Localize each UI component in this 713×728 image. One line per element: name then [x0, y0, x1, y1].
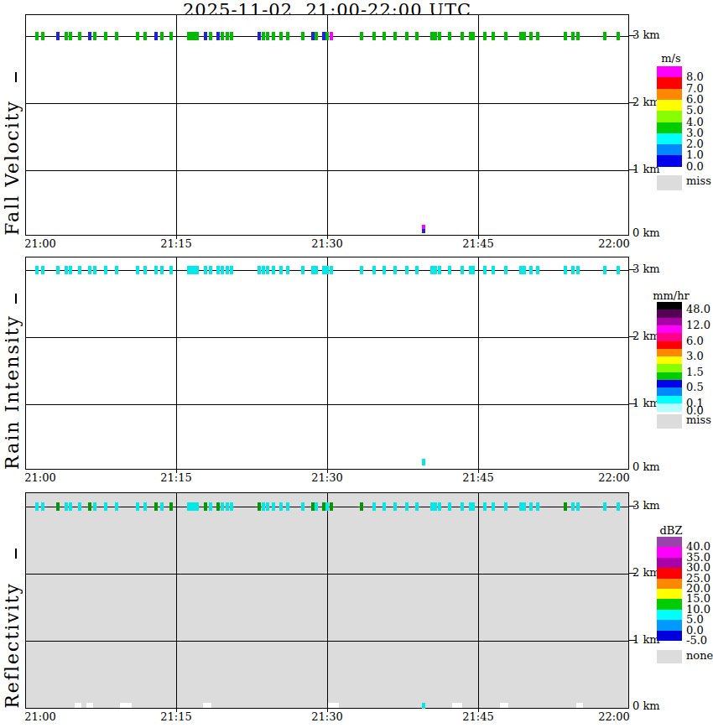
time-tick-label: 21:15 — [160, 710, 191, 723]
data-mark — [266, 502, 269, 511]
time-tick-label: 21:45 — [462, 237, 493, 250]
altitude-tick — [629, 102, 636, 103]
altitude-tick — [629, 640, 636, 641]
data-mark — [504, 32, 507, 40]
data-mark — [221, 266, 224, 274]
altitude-gridline — [26, 641, 628, 642]
time-gridline — [327, 257, 328, 469]
x-axis-tick — [478, 470, 479, 473]
data-mark — [504, 266, 507, 274]
data-mark — [434, 32, 437, 40]
time-tick-label: 21:30 — [311, 237, 342, 250]
data-mark — [415, 266, 419, 274]
data-mark — [438, 266, 441, 274]
colorbar-value-label: 0.0 — [686, 160, 704, 173]
data-mark — [136, 266, 139, 274]
data-mark — [492, 32, 495, 40]
y-axis-title-fall-velocity: Fall Velocity — [2, 100, 23, 236]
data-mark — [617, 502, 620, 511]
colorbar-title-dbz: dBZ — [638, 524, 705, 537]
data-mark — [272, 502, 275, 511]
colorbar-title-mmhr: mm/hr — [638, 289, 705, 302]
data-mark — [286, 502, 289, 511]
data-mark — [104, 32, 107, 40]
data-mark — [536, 32, 539, 40]
data-mark — [279, 266, 283, 274]
data-mark — [469, 502, 475, 511]
data-mark — [430, 32, 434, 40]
data-mark — [230, 266, 233, 274]
data-mark — [529, 502, 533, 511]
time-tick-label: 22:00 — [598, 471, 629, 484]
data-mark-white — [328, 703, 339, 708]
data-mark — [529, 266, 533, 274]
data-mark — [65, 266, 68, 274]
data-mark — [372, 32, 376, 40]
altitude-label: 3 km — [632, 499, 660, 512]
data-mark — [169, 32, 173, 40]
data-mark — [448, 266, 451, 274]
reflectivity-plot-area — [25, 492, 629, 709]
data-mark — [301, 266, 304, 274]
data-mark — [301, 502, 304, 511]
data-mark-low — [422, 703, 425, 709]
data-mark — [88, 266, 91, 274]
data-mark — [430, 502, 434, 511]
data-mark — [69, 266, 72, 274]
data-mark — [216, 32, 220, 40]
data-mark — [216, 502, 220, 511]
data-mark — [69, 32, 72, 40]
colorbar-block — [657, 537, 682, 548]
data-mark — [286, 266, 289, 274]
data-mark — [360, 502, 363, 511]
data-mark — [221, 502, 224, 511]
time-tick-label: 22:00 — [598, 237, 629, 250]
data-mark — [617, 266, 620, 274]
data-mark — [617, 32, 620, 40]
data-mark — [325, 32, 329, 40]
data-mark — [56, 502, 60, 511]
colorbar-block — [657, 620, 682, 631]
time-tick-label: 21:45 — [462, 471, 493, 484]
data-mark — [262, 266, 265, 274]
colorbar-block — [657, 610, 682, 621]
data-mark — [325, 502, 329, 511]
time-gridline — [478, 493, 479, 708]
altitude-tick — [629, 169, 636, 170]
altitude-label: 3 km — [632, 29, 660, 41]
x-axis-tick — [176, 709, 177, 712]
data-mark — [204, 266, 207, 274]
data-mark — [529, 32, 533, 40]
data-mark — [204, 32, 207, 40]
colorbar-block — [657, 558, 682, 569]
data-mark — [65, 32, 68, 40]
data-mark — [448, 32, 451, 40]
data-mark — [169, 502, 173, 511]
altitude-gridline — [26, 574, 628, 575]
altitude-gridline — [26, 337, 628, 338]
data-mark — [519, 32, 526, 40]
data-mark — [315, 32, 318, 40]
data-mark — [56, 266, 60, 274]
data-mark — [415, 32, 419, 40]
data-mark — [372, 502, 376, 511]
colorbar-value-label: -5.0 — [686, 634, 707, 647]
data-mark — [492, 502, 495, 511]
altitude-label: 1 km — [632, 633, 660, 646]
colorbar-miss-block — [657, 175, 682, 190]
data-mark — [492, 266, 495, 274]
colorbar-value-label: 12.0 — [686, 319, 710, 331]
time-tick-label: 22:00 — [598, 710, 629, 723]
data-mark — [65, 502, 68, 511]
data-mark — [136, 502, 139, 511]
altitude-tick — [629, 573, 636, 574]
altitude-tick — [629, 506, 636, 507]
altitude-label: 2 km — [632, 330, 660, 342]
colorbar-block — [657, 66, 682, 78]
time-gridline — [327, 15, 328, 235]
data-mark-white — [86, 703, 93, 708]
colorbar-block — [657, 589, 682, 600]
data-mark — [160, 32, 164, 40]
data-mark — [415, 502, 419, 511]
colorbar-block — [657, 333, 682, 341]
